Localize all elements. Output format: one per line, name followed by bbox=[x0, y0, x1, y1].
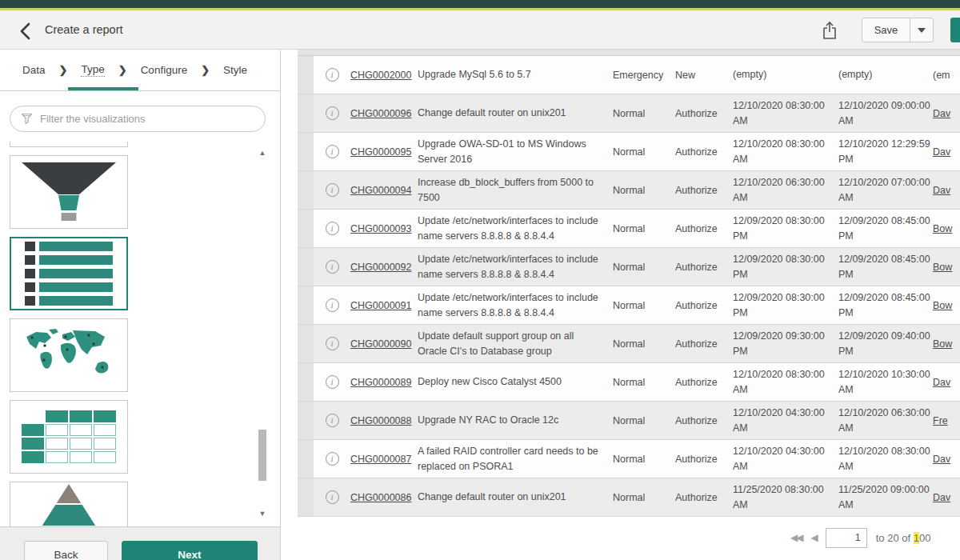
record-assignee-link[interactable]: Dav bbox=[933, 454, 950, 465]
info-icon[interactable]: i bbox=[326, 145, 339, 158]
record-number-link[interactable]: CHG0000089 bbox=[350, 377, 411, 388]
thumbnail-world-map[interactable] bbox=[10, 318, 128, 392]
filter-input[interactable] bbox=[40, 113, 265, 125]
record-end-date: 12/10/2020 12:29:59 PM bbox=[838, 137, 933, 166]
record-assignee-link[interactable]: Dav bbox=[933, 492, 950, 503]
record-number-link[interactable]: CHG0000092 bbox=[350, 262, 411, 273]
record-start-date: 12/10/2020 08:30:00 AM bbox=[733, 367, 838, 396]
record-number-link[interactable]: CHG0000090 bbox=[350, 338, 411, 350]
table-row[interactable]: i CHG0000091 Update /etc/network/interfa… bbox=[298, 286, 960, 325]
record-priority: Emergency bbox=[613, 70, 675, 81]
thumbnail-list-selected[interactable] bbox=[10, 237, 128, 310]
table-row[interactable]: i CHG0000090 Update default support grou… bbox=[298, 325, 960, 363]
table-row[interactable]: i CHG0000095 Upgrade OWA-SD-01 to MS Win… bbox=[298, 133, 960, 171]
save-menu-button[interactable] bbox=[910, 18, 933, 42]
record-start-date: 12/09/2020 08:30:00 PM bbox=[733, 252, 838, 281]
previous-page-icon[interactable]: ◀ bbox=[810, 532, 816, 543]
funnel-filter-icon bbox=[21, 113, 33, 125]
table-row[interactable]: i CHG0000093 Update /etc/network/interfa… bbox=[298, 210, 960, 248]
info-icon[interactable]: i bbox=[326, 414, 339, 427]
back-arrow-icon[interactable] bbox=[16, 21, 37, 42]
record-number-link[interactable]: CHG0000091 bbox=[350, 300, 411, 311]
info-icon[interactable]: i bbox=[326, 68, 339, 82]
record-end-date: 12/10/2020 08:30:00 AM bbox=[838, 444, 933, 473]
table-row[interactable]: i CHG0000087 A failed RAID controller ca… bbox=[298, 440, 960, 478]
info-icon[interactable]: i bbox=[326, 490, 339, 504]
scroll-up-icon[interactable]: ▲ bbox=[257, 148, 268, 158]
info-icon[interactable]: i bbox=[326, 452, 339, 466]
record-priority: Normal bbox=[613, 338, 675, 350]
thumbnail-partial[interactable] bbox=[10, 142, 128, 147]
record-priority: Normal bbox=[613, 108, 675, 119]
save-button[interactable]: Save bbox=[862, 18, 910, 42]
record-number-link[interactable]: CHG0000088 bbox=[350, 415, 411, 426]
row-gutter bbox=[298, 440, 314, 478]
page-title: Create a report bbox=[45, 10, 123, 49]
visualization-list: ▲ ▼ bbox=[0, 142, 280, 526]
record-assignee-link[interactable]: Fre bbox=[933, 415, 948, 426]
tab-configure[interactable]: Configure bbox=[141, 64, 188, 76]
info-icon[interactable]: i bbox=[326, 375, 339, 389]
tab-type[interactable]: Type bbox=[81, 63, 104, 77]
record-number-link[interactable]: CHG0002000 bbox=[350, 70, 411, 81]
record-priority: Normal bbox=[613, 262, 675, 273]
tab-data[interactable]: Data bbox=[22, 64, 46, 76]
record-number-link[interactable]: CHG0000093 bbox=[350, 223, 411, 234]
record-assignee-link[interactable]: Dav bbox=[933, 377, 950, 388]
chevron-right-icon: ❯ bbox=[201, 64, 210, 76]
record-assignee-link[interactable]: Bow bbox=[933, 223, 952, 234]
share-icon[interactable] bbox=[821, 20, 840, 41]
record-state: Authorize bbox=[675, 300, 733, 311]
info-icon[interactable]: i bbox=[326, 298, 339, 312]
info-icon[interactable]: i bbox=[326, 106, 339, 120]
record-assignee-link[interactable]: Bow bbox=[933, 262, 952, 273]
thumbnail-pivot-table[interactable] bbox=[10, 400, 128, 474]
record-start-date: 12/10/2020 08:30:00 AM bbox=[733, 98, 838, 127]
record-number-link[interactable]: CHG0000095 bbox=[350, 146, 411, 158]
pagination-range: to 20 of 100 bbox=[876, 532, 931, 544]
info-icon[interactable]: i bbox=[326, 183, 339, 197]
record-assignee-link: (em bbox=[933, 70, 950, 81]
visualization-filter bbox=[10, 106, 266, 132]
back-button[interactable]: Back bbox=[24, 541, 108, 560]
table-row[interactable]: i CHG0000094 Increase db_block_buffers f… bbox=[298, 171, 960, 210]
info-icon[interactable]: i bbox=[326, 260, 339, 274]
tab-style[interactable]: Style bbox=[223, 64, 247, 76]
record-start-date: 12/10/2020 04:30:00 AM bbox=[733, 444, 838, 473]
record-priority: Normal bbox=[613, 300, 675, 311]
record-assignee-link[interactable]: Dav bbox=[933, 108, 950, 119]
table-row[interactable]: i CHG0000086 Change default router on un… bbox=[298, 478, 960, 517]
thumbnail-pyramid[interactable] bbox=[10, 482, 128, 526]
scroll-down-icon[interactable]: ▼ bbox=[257, 509, 268, 518]
visualization-scrollbar[interactable]: ▲ ▼ bbox=[257, 148, 268, 518]
table-row[interactable]: i CHG0000096 Change default router on un… bbox=[298, 94, 960, 133]
record-priority: Normal bbox=[613, 415, 675, 426]
page-number-input[interactable] bbox=[826, 528, 867, 548]
table-row[interactable]: i CHG0000088 Upgrade NY RAC to Oracle 12… bbox=[298, 402, 960, 440]
record-state: Authorize bbox=[675, 262, 733, 273]
record-assignee-link[interactable]: Bow bbox=[933, 300, 952, 311]
thumbnail-funnel-chart[interactable] bbox=[10, 155, 128, 229]
scrollbar-thumb[interactable] bbox=[258, 430, 266, 481]
run-button-partial[interactable] bbox=[950, 18, 960, 42]
record-number-link[interactable]: CHG0000096 bbox=[350, 108, 411, 119]
record-description: A failed RAID controller card needs to b… bbox=[418, 444, 613, 473]
table-row[interactable]: i CHG0000089 Deploy new Cisco Catalyst 4… bbox=[298, 363, 960, 402]
record-number-link[interactable]: CHG0000086 bbox=[350, 492, 411, 503]
row-gutter bbox=[298, 171, 314, 209]
world-map-icon bbox=[20, 327, 118, 383]
info-icon[interactable]: i bbox=[326, 222, 339, 235]
chevron-down-icon bbox=[918, 28, 926, 33]
record-number-link[interactable]: CHG0000087 bbox=[350, 454, 411, 465]
record-assignee-link[interactable]: Bow bbox=[933, 338, 952, 350]
table-row[interactable]: i CHG0000092 Update /etc/network/interfa… bbox=[298, 248, 960, 286]
record-assignee-link[interactable]: Dav bbox=[933, 146, 950, 158]
record-description: Update /etc/network/interfaces to includ… bbox=[418, 214, 613, 242]
table-row[interactable]: i CHG0002000 Upgrade MySql 5.6 to 5.7 Em… bbox=[298, 56, 960, 94]
info-icon[interactable]: i bbox=[326, 337, 339, 350]
first-page-icon[interactable]: ◀◀ bbox=[790, 532, 802, 543]
record-assignee-link[interactable]: Dav bbox=[933, 185, 950, 196]
record-number-link[interactable]: CHG0000094 bbox=[350, 185, 411, 196]
next-button[interactable]: Next bbox=[122, 541, 258, 560]
chevron-right-icon: ❯ bbox=[118, 64, 127, 76]
